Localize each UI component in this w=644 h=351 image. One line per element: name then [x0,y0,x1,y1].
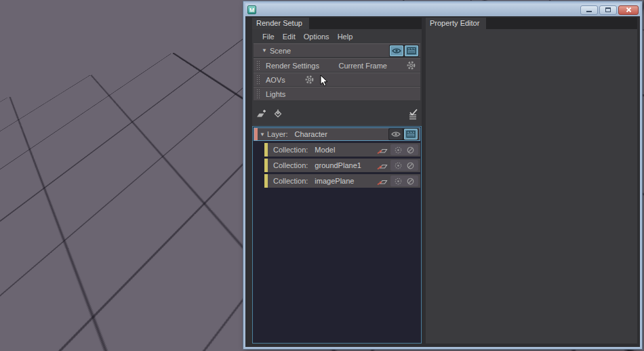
global-rows: ▼ Scene [252,43,422,100]
drag-objects-icon[interactable] [376,161,388,170]
drag-handle[interactable] [256,75,260,85]
property-editor-panel: Property Editor [426,18,637,344]
render-setup-window: M Render Setup File Edit Opt [243,1,642,349]
property-editor-body [426,29,637,344]
layer-list[interactable]: ▼ Layer: Character [252,126,422,344]
collection-actions [376,144,418,155]
layer-visibility-toggle[interactable] [389,129,403,140]
tab-render-setup[interactable]: Render Setup [252,18,309,29]
collection-color-bar[interactable] [264,143,268,157]
disable-collection-icon[interactable] [406,146,415,154]
disable-collection-icon[interactable] [406,161,415,170]
property-editor-tabbar: Property Editor [426,18,637,29]
gear-icon[interactable] [304,75,315,85]
scene-visibility-toggle[interactable] [390,45,403,56]
create-collection-icon [273,108,283,119]
drag-objects-icon[interactable] [376,176,388,186]
render-setup-tabbar: Render Setup [252,18,422,29]
collection-name: imagePlane [315,177,354,185]
collection-toggle-pill [390,176,418,186]
isolate-select-icon[interactable] [394,177,403,186]
gear-icon[interactable] [406,60,416,70]
menu-help[interactable]: Help [334,31,357,42]
collection-toggle-pill [390,144,418,155]
scene-renderable-toggle[interactable] [405,45,418,56]
render-setup-body: File Edit Options Help ▼ Scene [252,29,422,344]
maximize-icon [605,7,611,12]
lights-label: Lights [266,90,285,98]
chevron-down-icon[interactable]: ▼ [260,131,265,138]
lights-row[interactable]: Lights [254,87,420,100]
desktop: M Render Setup File Edit Opt [0,0,644,351]
minimize-button[interactable] [580,5,598,15]
menu-file[interactable]: File [258,31,279,42]
isolate-select-icon[interactable] [394,161,403,170]
eye-icon [391,131,401,138]
collection-name: groundPlane1 [315,161,361,169]
isolate-select-icon[interactable] [394,146,403,154]
aovs-row[interactable]: AOVs [254,73,420,86]
collection-name: Model [315,146,335,154]
clapperboard-icon [406,130,416,138]
menubar: File Edit Options Help [252,29,422,43]
collection-actions [376,160,418,171]
render-settings-row[interactable]: Render Settings Current Frame [254,58,420,72]
collection-row-groundplane1[interactable]: Collection: groundPlane1 [264,159,420,172]
layer-prefix: Layer: [267,130,288,138]
collection-color-bar[interactable] [264,174,268,188]
layer-name: Character [295,130,327,138]
aovs-label: AOVs [266,76,285,84]
layer-renderable-toggle[interactable] [404,129,418,140]
create-render-layer-button[interactable] [255,108,267,120]
scene-toggle-group [389,45,419,57]
layer-row-character[interactable]: ▼ Layer: Character [254,127,420,141]
render-settings-value: Current Frame [338,62,387,70]
drag-handle[interactable] [256,60,260,70]
close-button[interactable] [618,5,639,15]
menu-options[interactable]: Options [300,31,334,42]
scene-label: Scene [270,47,291,55]
drag-objects-icon[interactable] [376,145,388,154]
chevron-down-icon[interactable]: ▼ [262,47,267,54]
collection-row-imageplane[interactable]: Collection: imagePlane [264,174,420,188]
menu-edit[interactable]: Edit [279,31,300,42]
maximize-button[interactable] [599,5,617,15]
collection-color-bar[interactable] [264,159,268,172]
maya-logo-icon: M [247,5,256,14]
render-setup-panel: Render Setup File Edit Options Help ▼ Sc… [252,18,422,344]
layer-color-bar[interactable] [254,128,258,140]
disable-collection-icon[interactable] [406,177,415,186]
eye-icon [392,47,401,54]
window-controls [580,5,639,15]
drag-handle[interactable] [256,89,260,99]
collection-prefix: Collection: [273,146,308,154]
window-titlebar[interactable]: M [245,3,640,16]
clapperboard-icon [407,47,416,55]
window-content: Render Setup File Edit Options Help ▼ Sc… [245,16,640,347]
scene-row[interactable]: ▼ Scene [254,43,420,57]
create-render-layer-icon [256,108,267,119]
create-collection-button[interactable] [272,108,284,120]
render-settings-label: Render Settings [266,62,319,70]
collection-toggle-pill [390,160,418,171]
tab-property-editor[interactable]: Property Editor [426,18,486,29]
collection-row-model[interactable]: Collection: Model [264,143,420,157]
checklist-check-icon [407,108,418,120]
close-icon [626,7,632,13]
layer-toggle-group [388,128,418,140]
layer-toolbar [252,105,422,123]
collection-prefix: Collection: [273,161,308,169]
collection-actions [376,176,418,186]
collection-prefix: Collection: [273,177,308,185]
set-all-visible-button[interactable] [407,108,419,120]
minimize-icon [586,11,592,12]
